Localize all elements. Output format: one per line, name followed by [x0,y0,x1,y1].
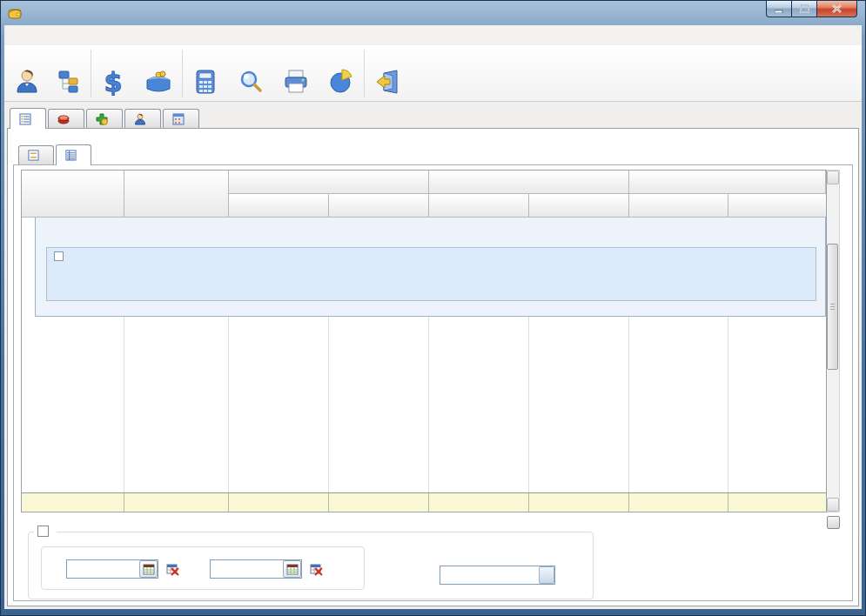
total-expense-rub [229,493,329,512]
table-header [22,171,826,218]
expenses-icon [57,113,70,125]
clear-date-to-button[interactable] [308,563,326,576]
tab-expenses[interactable] [48,109,84,128]
toolbar-separator [182,50,183,97]
search-icon [237,68,265,96]
title-bar[interactable] [1,1,865,25]
search-button[interactable] [231,46,276,101]
app-window: $ [0,0,866,616]
tab-income[interactable] [86,109,123,128]
filter-groupbox [28,532,594,599]
menu-bar [4,25,862,45]
clear-date-icon [310,563,324,576]
tab-brief[interactable] [18,145,54,164]
income-icon [96,113,108,125]
minimize-button[interactable] [766,1,792,17]
sub-tab-strip [18,143,91,164]
calendar-picker-button[interactable] [283,560,301,578]
pie-chart-icon [327,68,355,96]
column-group-income[interactable] [429,171,629,194]
total-income-rub [429,493,529,512]
total-turnover-rub [629,493,728,512]
tab-detailed[interactable] [56,144,91,165]
date-from-input[interactable] [66,559,158,579]
brief-view-icon [28,150,39,161]
account-select[interactable] [440,566,555,585]
maximize-button[interactable] [792,1,817,17]
scroll-up-icon[interactable] [827,171,839,184]
menu-help[interactable] [43,33,60,38]
names-button[interactable] [8,46,48,101]
close-button[interactable] [817,1,857,17]
reports-button[interactable] [321,46,361,101]
total-expense-usd [329,493,429,512]
operation-history-panel [35,218,826,317]
column-header-turnover-rub[interactable] [629,194,728,218]
column-header-income-rub[interactable] [429,194,529,218]
categories-icon [54,68,82,96]
quick-scroll-button[interactable] [827,516,840,529]
menu-service[interactable] [8,33,25,38]
collapse-group-icon[interactable] [54,251,64,261]
toolbar-separator [91,50,91,97]
wallet-icon [144,68,173,96]
toolbar: $ [4,45,862,102]
row-count [22,493,124,512]
tab-debts[interactable] [124,109,161,128]
calendar-icon [143,564,155,575]
scrollbar-thumb[interactable] [827,244,838,370]
tab-accounts[interactable] [10,108,46,129]
column-header-turnover-usd[interactable] [728,194,826,218]
total-income-usd [529,493,629,512]
filter-checkbox[interactable] [37,526,49,537]
printer-icon [282,68,310,96]
column-header-expense-usd[interactable] [329,194,429,218]
column-group-expense[interactable] [229,171,429,194]
column-group-turnover[interactable] [629,171,826,194]
scroll-down-icon[interactable] [827,498,839,512]
clear-date-icon [166,563,180,576]
menu-currencies[interactable] [25,33,43,38]
debts-icon [134,113,146,125]
scrollbar-track[interactable] [827,184,839,498]
accounts-icon [19,113,31,125]
operation-group [46,247,816,301]
period-groupbox [41,546,365,590]
column-header-date[interactable] [22,171,124,218]
column-header-income-usd[interactable] [529,194,629,218]
detailed-view-icon [65,150,77,161]
column-header-account[interactable] [124,171,229,218]
combo-dropdown-icon[interactable] [539,566,554,584]
calculator-icon [191,68,219,96]
app-icon [8,7,23,20]
date-to-input[interactable] [210,559,302,579]
currency-icon: $ [100,68,126,96]
table-empty-area [22,317,826,492]
exit-icon [373,68,401,96]
print-button[interactable] [276,46,321,101]
categories-button[interactable] [48,46,88,101]
toolbar-separator [364,50,365,97]
vertical-scrollbar[interactable] [827,170,840,512]
total-turnover-usd [728,493,826,512]
detailed-page [13,164,853,601]
svg-text:$: $ [104,68,123,96]
column-header-expense-rub[interactable] [229,194,329,218]
exit-button[interactable] [367,46,407,101]
clear-date-from-button[interactable] [164,563,182,576]
calculator-button[interactable] [185,46,231,101]
person-icon [14,68,42,96]
accounts-table [21,170,827,512]
budget-button[interactable] [138,46,179,101]
tab-planning[interactable] [163,109,199,128]
totals-row [22,492,826,512]
currencies-button[interactable]: $ [94,46,138,101]
calendar-picker-button[interactable] [139,560,158,578]
calendar-icon [286,564,299,575]
detail-meta [46,228,816,240]
main-tab-strip [4,107,862,128]
accounts-page [7,128,859,606]
planning-icon [172,113,185,125]
